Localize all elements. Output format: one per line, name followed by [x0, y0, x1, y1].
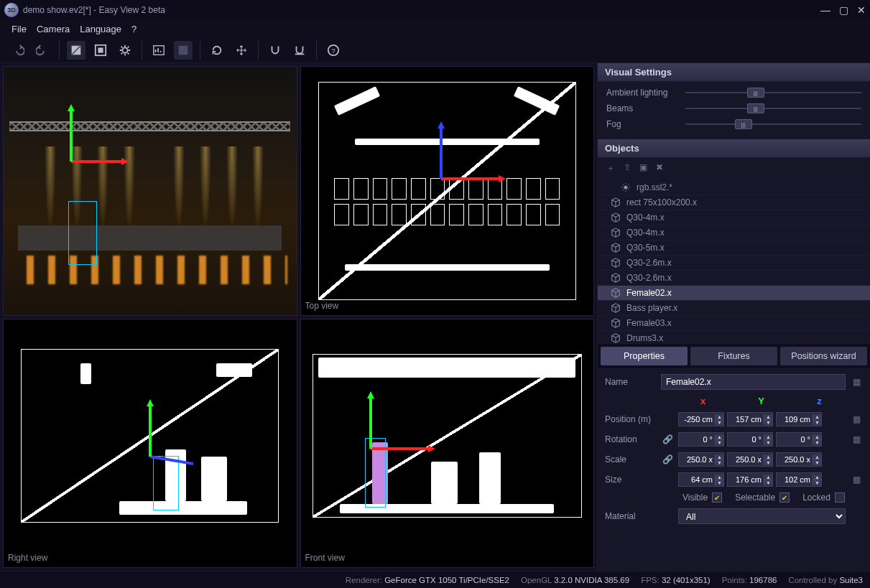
gizmo-icon[interactable] — [441, 178, 448, 188]
size-y-stepper[interactable]: ▲▼ — [727, 472, 773, 487]
axis-y-label: Y — [734, 396, 789, 406]
title-bar: 3D demo show.ev2[*] - Easy View 2 beta —… — [0, 0, 870, 20]
renderer-label: Renderer: — [346, 576, 382, 584]
render-scene — [4, 67, 297, 315]
scale-x-stepper[interactable]: ▲▼ — [678, 452, 724, 467]
link-icon[interactable]: 🔗 — [661, 434, 674, 444]
add-object-icon[interactable]: ＋ — [606, 162, 615, 174]
menu-camera[interactable]: Camera — [37, 24, 70, 34]
rotation-y-stepper[interactable]: ▲▼ — [727, 432, 773, 447]
settings-icon[interactable] — [116, 41, 134, 60]
object-item[interactable]: Q30-5m.x — [598, 241, 870, 256]
object-item[interactable]: Female03.x — [598, 316, 870, 331]
cube-icon — [611, 228, 621, 238]
object-item[interactable]: Q30-4m.x — [598, 210, 870, 225]
status-bar: Renderer: GeForce GTX 1050 Ti/PCIe/SSE2 … — [0, 571, 870, 588]
tab-properties[interactable]: Properties — [601, 347, 688, 365]
help-icon[interactable]: ? — [324, 41, 343, 60]
object-item[interactable]: Bass player.x — [598, 301, 870, 316]
size-z-stepper[interactable]: ▲▼ — [776, 472, 822, 487]
menu-help[interactable]: ? — [131, 24, 136, 34]
tab-fixtures[interactable]: Fixtures — [690, 347, 777, 365]
edit-name-icon[interactable]: ▦ — [850, 377, 863, 387]
rotation-z-stepper[interactable]: ▲▼ — [776, 432, 822, 447]
layout-icon[interactable] — [91, 41, 110, 60]
svg-text:?: ? — [331, 46, 335, 54]
beams-row: Beams ||| — [598, 101, 870, 116]
visible-checkbox[interactable]: ✔ — [712, 493, 722, 503]
viewport-top[interactable]: Top view — [300, 66, 595, 316]
object-item[interactable]: Q30-4m.x — [598, 225, 870, 241]
locked-checkbox[interactable] — [835, 493, 845, 503]
object-item[interactable]: Female02.x — [598, 286, 870, 301]
object-item-label: Q30-4m.x — [626, 228, 665, 238]
viewport-perspective[interactable] — [3, 66, 297, 316]
viewport-label: Front view — [305, 553, 345, 563]
gizmo-icon[interactable] — [150, 456, 157, 466]
object-item[interactable]: Q30-2.6m.x — [598, 256, 870, 271]
properties-tabs: Properties Fixtures Positions wizard — [598, 344, 870, 368]
scale-y-stepper[interactable]: ▲▼ — [727, 452, 773, 467]
fog-slider[interactable]: ||| — [685, 119, 861, 129]
rotate-icon[interactable] — [208, 41, 226, 60]
rotation-label: Rotation — [605, 434, 657, 444]
size-more-icon[interactable]: ▦ — [850, 475, 863, 485]
light-icon — [621, 182, 631, 192]
snap2-icon[interactable] — [290, 41, 309, 60]
wireframe — [313, 354, 582, 518]
position-z-stepper[interactable]: ▲▼ — [776, 412, 822, 426]
redo-icon[interactable] — [33, 41, 52, 60]
opengl-label: OpenGL — [521, 576, 552, 584]
delete-object-icon[interactable]: ✖ — [656, 162, 663, 174]
name-field[interactable] — [661, 374, 846, 390]
close-icon[interactable]: ✕ — [857, 4, 866, 16]
viewport-front[interactable]: Front view — [300, 319, 595, 569]
beams-slider[interactable]: ||| — [685, 103, 861, 113]
import-object-icon[interactable]: ⇪ — [624, 162, 631, 174]
object-item-label: Q30-2.6m.x — [626, 258, 672, 268]
position-y-stepper[interactable]: ▲▼ — [727, 412, 773, 426]
object-item-label: Q30-2.6m.x — [626, 273, 672, 283]
object-item[interactable]: Q30-2.6m.x — [598, 271, 870, 286]
objects-toolbar: ＋ ⇪ ▣ ✖ — [598, 158, 870, 179]
slider-label: Fog — [606, 119, 678, 129]
material-select[interactable]: All — [678, 508, 846, 524]
position-x-stepper[interactable]: ▲▼ — [678, 412, 724, 426]
ambient-lighting-slider[interactable]: ||| — [685, 88, 861, 98]
locked-label: Locked — [802, 493, 830, 503]
object-item[interactable]: rect 75x100x200.x — [598, 195, 870, 210]
material-label: Material — [605, 511, 657, 521]
stats-icon[interactable] — [149, 41, 168, 60]
scale-z-stepper[interactable]: ▲▼ — [776, 452, 822, 467]
menu-file[interactable]: File — [11, 24, 27, 34]
menu-bar: File Camera Language ? — [0, 20, 870, 37]
gizmo-icon[interactable] — [371, 448, 378, 458]
render-mode-icon[interactable] — [67, 41, 85, 60]
selectable-checkbox[interactable]: ✔ — [779, 493, 790, 503]
undo-icon[interactable] — [9, 41, 27, 60]
snap-icon[interactable] — [266, 41, 284, 60]
gizmo-icon[interactable] — [71, 161, 78, 171]
properties-panel: Name ▦ x Y z Position (m) ▲▼ ▲▼ ▲▼ — [598, 368, 870, 530]
rotation-x-stepper[interactable]: ▲▼ — [678, 432, 724, 447]
size-x-stepper[interactable]: ▲▼ — [678, 472, 724, 487]
minimize-icon[interactable]: — — [820, 4, 830, 16]
position-more-icon[interactable]: ▦ — [850, 414, 863, 424]
toolbar: ? — [0, 37, 870, 63]
maximize-icon[interactable]: ▢ — [839, 4, 848, 16]
grid-icon[interactable] — [174, 41, 193, 60]
viewport-right[interactable]: Right view — [3, 319, 297, 569]
controlled-label: Controlled by — [788, 576, 837, 584]
link-icon[interactable]: 🔗 — [661, 454, 674, 465]
menu-language[interactable]: Language — [80, 24, 121, 34]
object-item[interactable]: rgb.ssl2.* — [598, 180, 870, 195]
rotation-more-icon[interactable]: ▦ — [850, 434, 863, 444]
size-label: Size — [605, 475, 657, 485]
objects-list[interactable]: rgb.ssl2.*rect 75x100x200.xQ30-4m.xQ30-4… — [598, 179, 870, 344]
object-item[interactable]: Drums3.x — [598, 331, 870, 344]
cube-icon — [611, 288, 621, 298]
tab-positions-wizard[interactable]: Positions wizard — [780, 347, 867, 365]
move-icon[interactable] — [232, 41, 251, 60]
window-title: demo show.ev2[*] - Easy View 2 beta — [23, 5, 165, 15]
duplicate-object-icon[interactable]: ▣ — [639, 162, 647, 174]
